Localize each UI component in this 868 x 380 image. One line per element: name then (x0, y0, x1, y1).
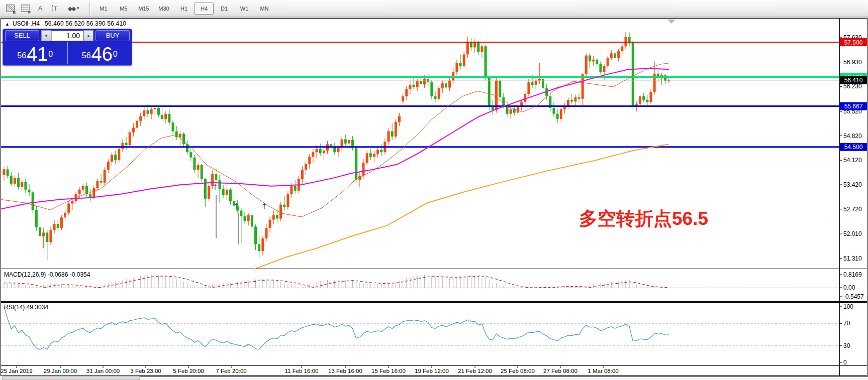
indicator-patterns-icon[interactable]: E (3, 2, 17, 15)
svg-text:0.00: 0.00 (843, 284, 855, 291)
timeframe-button-h1[interactable]: H1 (174, 3, 194, 15)
svg-text:56.410: 56.410 (844, 77, 863, 84)
svg-text:55.667: 55.667 (844, 103, 863, 110)
chart-window[interactable]: †††57.63056.93056.23055.52054.82054.1205… (0, 18, 868, 376)
svg-text:19 Feb 12:00: 19 Feb 12:00 (415, 368, 449, 374)
label-tool-icon[interactable]: A (33, 2, 47, 15)
svg-text:31 Jan 00:00: 31 Jan 00:00 (86, 368, 120, 374)
collapse-ohlc-icon[interactable]: ▲ (5, 22, 10, 27)
svg-text:-0.5457: -0.5457 (843, 293, 864, 300)
timeframe-button-d1[interactable]: D1 (215, 3, 234, 15)
svg-text:100: 100 (843, 303, 853, 310)
sell-price[interactable]: 56410 (3, 42, 68, 64)
ohlc-values: 56.460 56.520 56.390 56.410 (45, 20, 126, 27)
svg-text:3 Feb 23:00: 3 Feb 23:00 (130, 368, 161, 374)
symbol-period-label: USOil-,H4 (13, 20, 40, 27)
chart-text-annotation: 多空转折点56.5 (579, 206, 708, 231)
timeframe-button-m30[interactable]: M30 (154, 3, 173, 15)
svg-text:0.8169: 0.8169 (843, 271, 862, 278)
text-tool-icon[interactable]: T (48, 2, 62, 15)
chart-canvas[interactable]: †††57.63056.93056.23055.52054.82054.1205… (0, 18, 868, 380)
svg-text:54.820: 54.820 (843, 133, 862, 140)
svg-text:25 Feb 08:00: 25 Feb 08:00 (501, 368, 535, 374)
svg-text:53.420: 53.420 (843, 181, 862, 188)
svg-text:70: 70 (843, 320, 850, 327)
svg-text:†: † (234, 202, 238, 210)
sell-button[interactable]: SELL (5, 30, 39, 41)
svg-text:21 Feb 12:00: 21 Feb 12:00 (458, 368, 492, 374)
svg-text:0: 0 (843, 359, 847, 366)
volume-increase-button[interactable]: ▲ (83, 30, 93, 41)
volume-decrease-button[interactable]: ▼ (41, 30, 51, 41)
svg-text:†: † (213, 183, 217, 191)
svg-text:54.500: 54.500 (844, 144, 863, 151)
svg-text:52.010: 52.010 (843, 230, 862, 237)
timeframe-button-mn[interactable]: MN (255, 3, 274, 15)
timeframe-button-m5[interactable]: M5 (114, 3, 133, 15)
timeframe-button-w1[interactable]: W1 (235, 3, 254, 15)
buy-button[interactable]: BUY (95, 30, 130, 41)
svg-text:13 Feb 16:00: 13 Feb 16:00 (328, 368, 362, 374)
svg-text:7 Feb 20:00: 7 Feb 20:00 (216, 368, 246, 374)
buy-price[interactable]: 56460 (68, 42, 132, 64)
timeframe-button-m1[interactable]: M1 (94, 3, 113, 15)
svg-text:27 Feb 08:00: 27 Feb 08:00 (543, 368, 577, 374)
svg-text:54.120: 54.120 (843, 157, 862, 164)
main-toolbar: E F A T ◆◆▼ M1M5M15M30H1H4D1W1MN (0, 0, 868, 17)
svg-text:56.930: 56.930 (843, 59, 862, 66)
timeframe-button-m15[interactable]: M15 (134, 3, 153, 15)
svg-text:11 Feb 16:00: 11 Feb 16:00 (285, 368, 319, 374)
docked-panel-tab[interactable] (3, 376, 140, 380)
svg-text:51.310: 51.310 (843, 255, 862, 262)
macd-label: MACD(12,26,9) -0.0686 -0.0354 (4, 271, 90, 278)
one-click-trade-panel: SELL ▼ 1.00 ▲ BUY 56410 56460 (3, 29, 132, 66)
svg-text:25 Jan 2019: 25 Jan 2019 (1, 368, 32, 374)
svg-text:57.500: 57.500 (844, 39, 863, 46)
volume-stepper: ▼ 1.00 ▲ (41, 30, 93, 41)
toolbar-separator (89, 3, 90, 15)
volume-input[interactable]: 1.00 (51, 31, 83, 41)
svg-text:29 Jan 00:00: 29 Jan 00:00 (44, 368, 77, 374)
svg-text:52.720: 52.720 (843, 206, 862, 213)
timeframe-bar: M1M5M15M30H1H4D1W1MN (94, 3, 274, 15)
shapes-dropdown-icon[interactable]: ◆◆▼ (63, 2, 84, 15)
svg-text:5 Feb 20:00: 5 Feb 20:00 (173, 368, 204, 374)
svg-text:30: 30 (843, 342, 850, 349)
chart-title: ▲USOil-,H456.460 56.520 56.390 56.410 (5, 20, 126, 27)
rsi-label: RSI(14) 49.3034 (4, 304, 48, 311)
fibonacci-grid-icon[interactable]: F (18, 2, 32, 15)
svg-text:1 Mar 08:00: 1 Mar 08:00 (588, 368, 618, 374)
svg-text:15 Feb 16:00: 15 Feb 16:00 (371, 368, 406, 374)
timeframe-button-h4[interactable]: H4 (195, 3, 214, 15)
